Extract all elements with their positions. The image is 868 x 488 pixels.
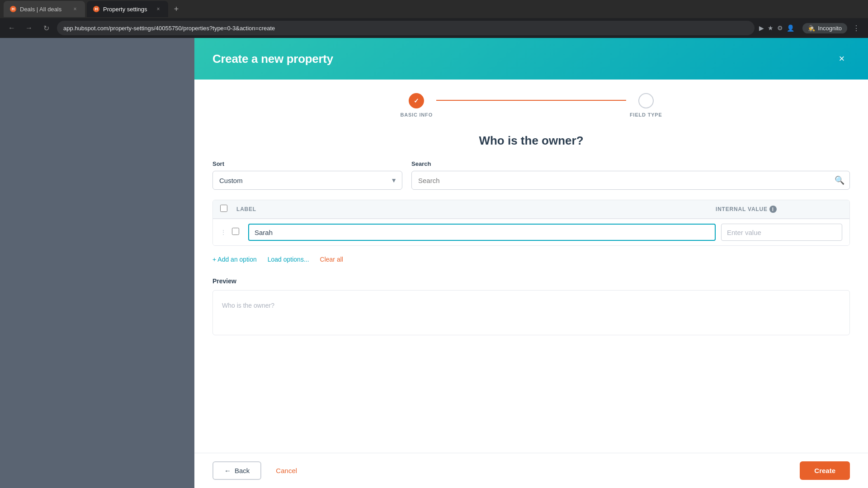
add-option-link[interactable]: + Add an option	[212, 256, 257, 263]
preview-box: Who is the owner?	[212, 290, 850, 335]
step-connector	[436, 100, 626, 101]
step-field-type: FIELD TYPE	[630, 93, 662, 117]
cancel-button[interactable]: Cancel	[269, 462, 304, 479]
value-input[interactable]	[721, 224, 842, 241]
row-checkbox[interactable]	[232, 228, 239, 235]
modal-title: Create a new property	[212, 52, 333, 66]
internal-value-info-icon[interactable]: i	[769, 206, 777, 213]
profile-icon: 👤	[787, 24, 794, 32]
step-basic-info-label: BASIC INFO	[400, 112, 433, 117]
page-background	[0, 38, 194, 488]
options-table: LABEL INTERNAL VALUE i ⋮	[212, 200, 850, 246]
step-basic-info: ✓ BASIC INFO	[400, 93, 433, 117]
table-header: LABEL INTERNAL VALUE i	[213, 200, 849, 219]
preview-label: Preview	[212, 277, 850, 285]
search-label: Search	[411, 160, 850, 167]
modal-header: Create a new property ×	[194, 38, 868, 80]
label-input[interactable]	[248, 224, 716, 241]
bookmark-icon: ★	[768, 24, 774, 32]
col-internal-header: INTERNAL VALUE i	[716, 206, 842, 213]
table-actions: + Add an option Load options... Clear al…	[212, 254, 850, 265]
back-arrow-icon: ←	[224, 467, 231, 474]
table-row: ⋮	[213, 219, 849, 245]
back-button-label: Back	[235, 467, 250, 474]
tab-property-settings[interactable]: H Property settings ×	[87, 1, 168, 17]
browser-menu-button[interactable]: ⋮	[850, 22, 863, 34]
incognito-button[interactable]: 🕵 Incognito	[802, 23, 847, 33]
tab-deals[interactable]: H Deals | All deals ×	[4, 1, 85, 17]
filter-row: Sort Custom A-Z Z-A ▼ Search 🔍	[212, 160, 850, 190]
tab-deals-close[interactable]: ×	[71, 5, 79, 13]
progress-steps: ✓ BASIC INFO FIELD TYPE	[212, 93, 850, 117]
tab-favicon-deals: H	[10, 6, 16, 12]
select-all-checkbox[interactable]	[220, 205, 227, 212]
sort-label: Sort	[212, 160, 402, 167]
load-options-link[interactable]: Load options...	[268, 256, 309, 263]
url-text: app.hubspot.com/property-settings/400557…	[63, 25, 275, 32]
browser-chrome: H Deals | All deals × H Property setting…	[0, 0, 868, 38]
incognito-label: Incognito	[818, 25, 842, 32]
preview-placeholder: Who is the owner?	[222, 302, 274, 309]
search-input[interactable]	[411, 171, 850, 190]
drag-handle[interactable]: ⋮	[220, 229, 226, 236]
modal-footer: ← Back Cancel Create	[194, 453, 868, 488]
modal-overlay: Create a new property × ✓ BASIC INFO FIE…	[194, 38, 868, 488]
cast-icon: ▶	[759, 24, 764, 32]
back-nav-button[interactable]: ←	[5, 22, 18, 34]
col-label-header: LABEL	[236, 206, 710, 212]
extensions-icon: ⚙	[777, 24, 783, 32]
sort-select-wrapper: Custom A-Z Z-A ▼	[212, 171, 402, 190]
col-internal-text: INTERNAL VALUE	[716, 206, 768, 212]
header-checkbox-col	[220, 205, 231, 214]
tab-deals-label: Deals | All deals	[20, 6, 61, 13]
step-field-type-circle	[638, 93, 654, 108]
search-wrapper: 🔍	[411, 171, 850, 190]
sort-group: Sort Custom A-Z Z-A ▼	[212, 160, 402, 190]
tab-property-close[interactable]: ×	[155, 5, 162, 13]
tab-favicon-property: H	[93, 6, 99, 12]
search-icon[interactable]: 🔍	[835, 175, 844, 185]
new-tab-button[interactable]: +	[170, 3, 183, 15]
sort-select[interactable]: Custom A-Z Z-A	[212, 171, 402, 190]
step-basic-info-circle: ✓	[409, 93, 424, 108]
url-bar[interactable]: app.hubspot.com/property-settings/400557…	[57, 21, 755, 35]
incognito-icon: 🕵	[808, 25, 815, 32]
tab-property-label: Property settings	[103, 6, 147, 13]
back-button[interactable]: ← Back	[212, 461, 261, 480]
search-group: Search 🔍	[411, 160, 850, 190]
refresh-button[interactable]: ↻	[40, 22, 52, 34]
clear-all-link[interactable]: Clear all	[320, 256, 343, 263]
preview-section: Preview Who is the owner?	[212, 277, 850, 335]
forward-nav-button[interactable]: →	[23, 22, 35, 34]
modal-close-button[interactable]: ×	[834, 51, 850, 67]
modal-body: ✓ BASIC INFO FIELD TYPE Who is the owner…	[194, 80, 868, 453]
tab-bar: H Deals | All deals × H Property setting…	[0, 0, 868, 18]
section-question: Who is the owner?	[212, 134, 850, 148]
browser-menu-icons: 🕵 Incognito ⋮	[802, 22, 863, 34]
row-checkbox-col	[232, 228, 243, 237]
url-bar-icons: ▶ ★ ⚙ 👤	[759, 24, 794, 32]
step-field-type-label: FIELD TYPE	[630, 112, 662, 117]
address-bar: ← → ↻ app.hubspot.com/property-settings/…	[0, 18, 868, 38]
create-button[interactable]: Create	[800, 461, 850, 480]
